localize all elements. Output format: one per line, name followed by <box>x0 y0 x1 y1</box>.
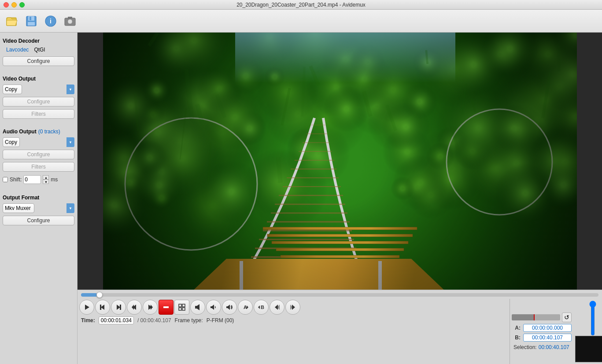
svg-rect-3 <box>30 17 31 20</box>
output-format-select-wrapper: Mkv Muxer MP4 Muxer AVI Muxer <box>3 203 74 213</box>
video-output-title: Video Output <box>3 76 74 82</box>
b-time: 00:00:40.107 <box>523 334 572 342</box>
a-time: 00:00:00.000 <box>523 324 572 332</box>
audio-output-configure-button[interactable]: Configure <box>3 150 74 159</box>
output-format-select[interactable]: Mkv Muxer MP4 Muxer AVI Muxer <box>3 203 34 213</box>
close-button[interactable] <box>4 2 9 7</box>
preview-thumbnail <box>575 336 602 362</box>
svg-marker-26 <box>197 304 199 310</box>
video-canvas <box>103 33 577 290</box>
prev-frame-button[interactable] <box>127 300 142 315</box>
svg-rect-25 <box>195 306 197 309</box>
play-button[interactable] <box>79 300 94 315</box>
b-label: B: <box>513 335 521 341</box>
svg-rect-21 <box>179 304 181 307</box>
mark-a-button[interactable]: A <box>238 300 253 315</box>
ab-progress-bar <box>512 314 560 320</box>
audio-output-filters-button[interactable]: Filters <box>3 162 74 172</box>
minimize-button[interactable] <box>11 2 17 7</box>
svg-text:B: B <box>261 305 264 310</box>
frame-type-value: P-FRM (00) <box>207 317 234 324</box>
selection-time: 00:00:40.107 <box>539 344 569 350</box>
a-marker-row: A: 00:00:00.000 <box>513 324 572 332</box>
b-marker-row: B: 00:00:40.107 <box>513 334 572 342</box>
shift-spinner: ▲ ▼ <box>43 175 49 184</box>
a-label: A: <box>513 325 521 331</box>
transport-row: A B <box>78 299 510 316</box>
video-output-configure-button[interactable]: Configure <box>3 97 74 107</box>
vol-down-button[interactable] <box>206 300 221 315</box>
next-keyframe-icon <box>115 304 122 311</box>
shift-input[interactable] <box>23 175 41 184</box>
ab-refresh-button[interactable]: ↺ <box>562 313 572 322</box>
info-icon: i <box>44 15 57 27</box>
audio-output-select-wrapper: Copy AAC MP3 AC3 <box>3 137 74 147</box>
status-row: Time: 00:00:01.034 / 00:00:40.107 Frame … <box>78 316 510 326</box>
svg-rect-10 <box>68 17 72 19</box>
save-icon <box>25 15 37 27</box>
svg-rect-15 <box>120 305 121 310</box>
open-file-button[interactable] <box>4 13 20 29</box>
video-output-select[interactable]: Copy AVC HEVC XVID <box>3 85 22 94</box>
ab-vertical-slider[interactable] <box>590 301 596 336</box>
video-decoder-configure-button[interactable]: Configure <box>3 56 74 66</box>
audio-output-select[interactable]: Copy AAC MP3 AC3 <box>3 137 20 147</box>
audio-button[interactable] <box>190 300 205 315</box>
window-title: 20_20Dragon_20Coaster_20Part_204.mp4 - A… <box>236 2 366 8</box>
shift-up-button[interactable]: ▲ <box>43 175 49 180</box>
info-button[interactable]: i <box>42 13 59 29</box>
vol-down-icon <box>210 304 217 311</box>
shift-unit: ms <box>51 176 58 183</box>
seekbar[interactable] <box>81 293 598 297</box>
output-format-configure-button[interactable]: Configure <box>3 216 74 225</box>
maximize-button[interactable] <box>19 2 25 7</box>
left-panel: Video Decoder Lavcodec QtGl Configure Vi… <box>0 33 78 364</box>
svg-marker-11 <box>85 305 89 310</box>
frame-view-icon <box>178 304 185 311</box>
svg-marker-30 <box>228 305 230 310</box>
svg-rect-4 <box>28 22 35 26</box>
video-decoder-title: Video Decoder <box>3 38 74 44</box>
mark-b-icon: B <box>258 304 265 311</box>
vol-up-button[interactable] <box>222 300 237 315</box>
shift-left-icon <box>273 304 281 311</box>
time-label: Time: <box>81 317 95 324</box>
svg-marker-14 <box>117 305 120 310</box>
shift-checkbox[interactable] <box>3 177 8 182</box>
save-file-button[interactable] <box>23 13 40 29</box>
shift-down-button[interactable]: ▼ <box>43 180 49 184</box>
video-frame <box>103 33 577 290</box>
cut-button[interactable] <box>159 300 174 315</box>
bottom-area: A B <box>78 290 602 364</box>
prev-frame-icon <box>131 304 138 311</box>
svg-point-9 <box>68 20 72 23</box>
svg-marker-33 <box>258 305 260 309</box>
video-output-filters-button[interactable]: Filters <box>3 109 74 119</box>
lavcodec-label: Lavcodec <box>6 47 29 53</box>
svg-marker-32 <box>247 305 248 309</box>
prev-keyframe-button[interactable] <box>95 300 110 315</box>
svg-marker-28 <box>212 305 214 310</box>
frame-view-button[interactable] <box>174 300 189 315</box>
svg-rect-22 <box>182 304 185 307</box>
shift-left-button[interactable] <box>270 300 284 315</box>
selection-row: Selection: 00:00:40.107 <box>513 344 572 350</box>
shift-right-button[interactable] <box>285 300 300 315</box>
next-frame-button[interactable] <box>143 300 158 315</box>
output-format-title: Output Format <box>3 195 74 201</box>
codec-row: Lavcodec QtGl <box>6 47 74 53</box>
snapshot-button[interactable] <box>62 13 78 29</box>
qtgl-label: QtGl <box>34 47 45 53</box>
play-icon <box>83 304 90 311</box>
svg-rect-29 <box>226 306 228 308</box>
svg-text:i: i <box>50 18 52 25</box>
ab-main-row: ↺ A: 00:00:00.000 B: 00:00:40.107 <box>512 301 600 362</box>
mark-b-button[interactable]: B <box>254 300 269 315</box>
svg-marker-17 <box>132 305 134 310</box>
shift-label: Shift: <box>10 176 22 183</box>
svg-marker-12 <box>101 305 104 310</box>
toolbar: i <box>0 10 602 33</box>
prev-keyframe-icon <box>99 304 106 311</box>
next-keyframe-button[interactable] <box>111 300 126 315</box>
video-area <box>78 33 602 290</box>
